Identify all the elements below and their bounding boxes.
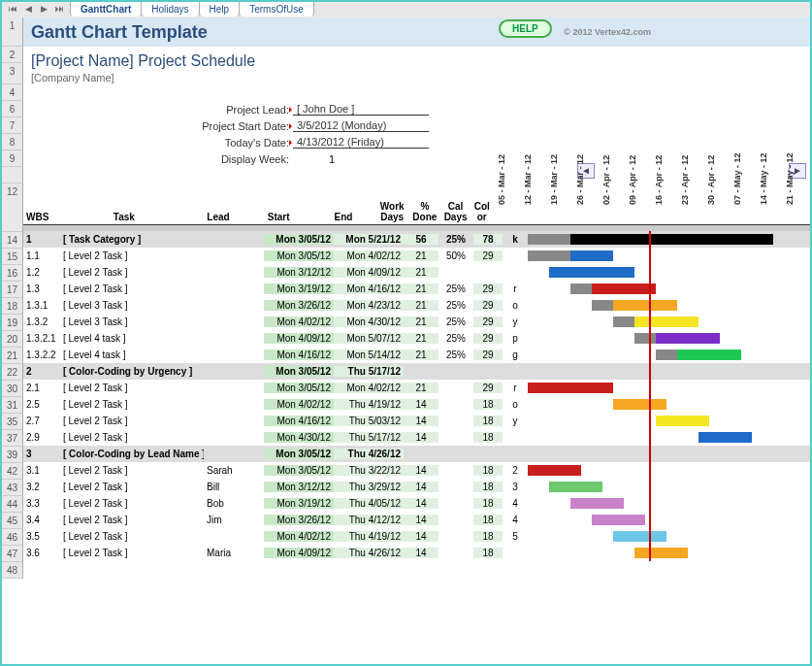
start-cell[interactable]: Mon 3/05/12 [264,234,334,245]
end-cell[interactable]: Mon 5/07/12 [334,333,404,344]
task-cell[interactable]: [ Level 2 Task ] [60,515,204,525]
start-cell[interactable]: Mon 3/05/12 [264,449,334,459]
wd-cell[interactable]: 14 [404,482,438,492]
row-header-1[interactable]: 1 [2,17,23,47]
task-cell[interactable]: [ Level 4 task ] [60,333,204,344]
wd-cell[interactable]: 21 [404,333,438,344]
wbs-cell[interactable]: 2.9 [23,432,60,443]
end-cell[interactable]: Thu 4/19/12 [334,531,404,542]
end-cell[interactable]: Thu 5/17/12 [334,432,404,443]
cd-cell[interactable]: 18 [473,399,503,410]
row-header-8[interactable]: 8 [2,134,23,150]
start-cell[interactable]: Mon 4/02/12 [264,316,334,327]
end-cell[interactable]: Thu 5/03/12 [334,416,404,426]
co-cell[interactable]: r [503,283,528,294]
row-header-22[interactable]: 22 [2,364,23,381]
co-cell[interactable]: o [503,399,528,410]
end-cell[interactable]: Thu 4/19/12 [334,399,404,410]
cd-cell[interactable]: 29 [473,316,503,327]
co-cell[interactable]: k [503,234,528,245]
row-header-21[interactable]: 21 [2,348,23,364]
task-cell[interactable]: [ Level 2 Task ] [60,548,204,558]
table-row[interactable]: 1.3.2.2 [ Level 4 task ]Mon 4/16/12Mon 5… [23,347,812,363]
tab-termsofuse[interactable]: TermsOfUse [239,1,314,17]
row-header-4[interactable]: 4 [2,84,23,101]
lead-cell[interactable]: Sarah [204,465,264,476]
cd-cell[interactable]: 18 [473,482,503,492]
wd-cell[interactable]: 14 [404,399,438,410]
tab-help[interactable]: Help [199,1,241,17]
end-cell[interactable]: Thu 4/26/12 [334,548,404,558]
cd-cell[interactable]: 29 [473,350,503,360]
start-date-value[interactable]: 3/5/2012 (Monday) [293,119,429,132]
end-cell[interactable]: Thu 3/29/12 [334,482,404,492]
wbs-cell[interactable]: 2 [23,366,60,377]
task-cell[interactable]: [ Level 2 Task ] [60,498,204,509]
wd-cell[interactable]: 14 [404,432,438,443]
wd-cell[interactable]: 21 [404,316,438,327]
task-cell[interactable]: [ Level 2 Task ] [60,283,204,294]
wbs-cell[interactable]: 1.3.2.2 [23,350,60,360]
row-header-30[interactable]: 30 [2,381,23,397]
row-header-[interactable] [2,167,23,183]
end-cell[interactable]: Thu 4/05/12 [334,498,404,509]
cd-cell[interactable]: 18 [473,465,503,476]
row-header-47[interactable]: 47 [2,546,23,562]
pd-cell[interactable]: 25% [438,283,473,294]
task-cell[interactable]: [ Level 2 Task ] [60,465,204,476]
sheet-tabs[interactable]: ⏮◀▶⏭ GanttChartHolidaysHelpTermsOfUse [2,0,810,17]
cd-cell[interactable]: 78 [473,234,503,245]
row-header-19[interactable]: 19 [2,315,23,331]
task-cell[interactable]: [ Color-Coding by Lead Name ] [60,449,204,459]
wbs-cell[interactable]: 3.5 [23,531,60,542]
end-cell[interactable]: Thu 4/12/12 [334,515,404,525]
row-header-17[interactable]: 17 [2,282,23,298]
start-cell[interactable]: Mon 3/05/12 [264,366,334,377]
row-header-43[interactable]: 43 [2,480,23,496]
task-cell[interactable]: [ Level 2 Task ] [60,399,204,410]
wd-cell[interactable]: 56 [404,234,438,245]
wbs-cell[interactable]: 1.3.2 [23,316,60,327]
pd-cell[interactable]: 25% [438,316,473,327]
start-cell[interactable]: Mon 3/05/12 [264,465,334,476]
end-cell[interactable]: Thu 4/26/12 [334,449,404,459]
wd-cell[interactable]: 21 [404,250,438,261]
start-cell[interactable]: Mon 4/02/12 [264,399,334,410]
row-header-20[interactable]: 20 [2,331,23,348]
row-header-46[interactable]: 46 [2,529,23,546]
lead-value[interactable]: [ John Doe ] [293,103,429,116]
table-row[interactable]: 3.4 [ Level 2 Task ]JimMon 3/26/12Thu 4/… [23,512,812,528]
row-header-45[interactable]: 45 [2,513,23,529]
table-row[interactable]: 2[ Color-Coding by Urgency ]Mon 3/05/12T… [23,363,812,380]
wbs-cell[interactable]: 3.3 [23,498,60,509]
wd-cell[interactable]: 21 [404,383,438,393]
tab-nav-arrow[interactable]: ⏮ [6,4,19,14]
start-cell[interactable]: Mon 4/09/12 [264,333,334,344]
co-cell[interactable]: 3 [503,482,528,492]
display-week-value[interactable]: 1 [293,153,371,165]
task-cell[interactable]: [ Level 2 Task ] [60,250,204,261]
wbs-cell[interactable]: 3 [23,449,60,459]
table-row[interactable]: 1.2 [ Level 2 Task ]Mon 3/12/12Mon 4/09/… [23,264,812,281]
wd-cell[interactable]: 14 [404,548,438,558]
row-header-44[interactable]: 44 [2,496,23,513]
wbs-cell[interactable]: 1 [23,234,60,245]
end-cell[interactable]: Mon 5/21/12 [334,234,404,245]
table-row[interactable]: 3.6 [ Level 2 Task ]MariaMon 4/09/12Thu … [23,545,812,561]
start-cell[interactable]: Mon 3/26/12 [264,300,334,311]
end-cell[interactable]: Mon 4/02/12 [334,383,404,393]
wbs-cell[interactable]: 1.2 [23,267,60,278]
table-row[interactable]: 2.1 [ Level 2 Task ]Mon 3/05/12Mon 4/02/… [23,380,812,396]
task-cell[interactable]: [ Level 4 task ] [60,350,204,360]
co-cell[interactable]: 5 [503,531,528,542]
wbs-cell[interactable]: 1.1 [23,250,60,261]
task-cell[interactable]: [ Level 2 Task ] [60,267,204,278]
end-cell[interactable]: Thu 3/22/12 [334,465,404,476]
pd-cell[interactable]: 25% [438,333,473,344]
task-cell[interactable]: [ Level 2 Task ] [60,416,204,426]
co-cell[interactable]: y [503,416,528,426]
cd-cell[interactable]: 18 [473,515,503,525]
row-header-9[interactable]: 9 [2,150,23,167]
start-cell[interactable]: Mon 4/30/12 [264,432,334,443]
lead-cell[interactable]: Bill [204,482,264,492]
